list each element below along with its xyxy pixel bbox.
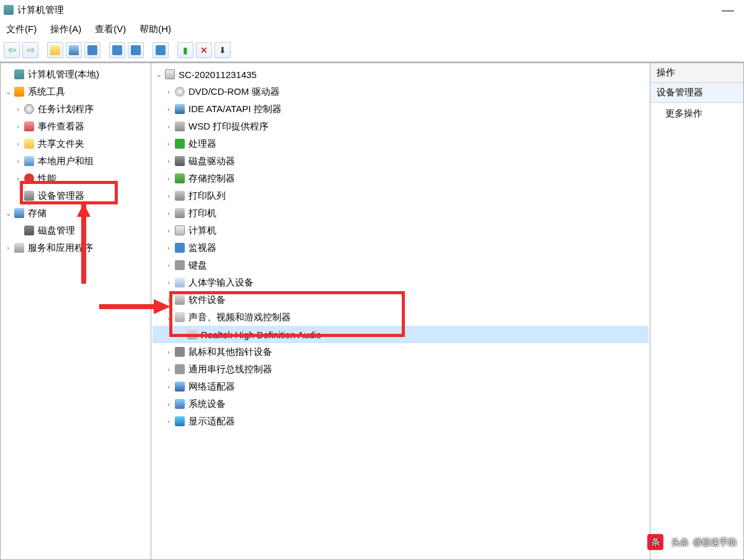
tree-system-tools[interactable]: 系统工具 [2, 83, 149, 100]
toolbar-button-6[interactable] [153, 42, 169, 58]
tree-performance[interactable]: 性能 [2, 170, 149, 187]
watermark: 条 头条 @极速手助 [647, 532, 737, 551]
actions-header: 操作 [650, 63, 743, 83]
toolbar-button-4[interactable] [109, 42, 125, 58]
dev-software[interactable]: 软件设备 [153, 291, 649, 308]
dev-keyboard[interactable]: 键盘 [153, 256, 649, 274]
dev-print-queue[interactable]: 打印队列 [153, 187, 649, 204]
menu-view[interactable]: 查看(V) [95, 24, 126, 35]
device-tree-pane: SC-202011231435 DVD/CD-ROM 驱动器 IDE ATA/A… [151, 63, 650, 560]
tree-services-apps[interactable]: 服务和应用程序 [2, 239, 149, 256]
dev-mouse[interactable]: 鼠标和其他指针设备 [153, 343, 649, 361]
dev-computer[interactable]: 计算机 [153, 222, 649, 239]
toolbar: ▮ ✕ ⬇ [0, 38, 744, 62]
left-tree-pane: 计算机管理(本地) 系统工具 任务计划程序 事件查看器 共享文件夹 本地用户和组 [0, 63, 151, 560]
menu-file[interactable]: 文件(F) [6, 24, 37, 35]
watermark-prefix: 头条 [671, 537, 689, 547]
tree-event-viewer[interactable]: 事件查看器 [2, 118, 149, 135]
watermark-text: @极速手助 [693, 537, 737, 547]
toolbar-button-1[interactable] [47, 42, 63, 58]
toolbar-button-5[interactable] [128, 42, 144, 58]
tree-shared-folders[interactable]: 共享文件夹 [2, 135, 149, 152]
tree-disk-management[interactable]: 磁盘管理 [2, 222, 149, 239]
dev-hid[interactable]: 人体学输入设备 [153, 274, 649, 291]
toolbar-button-delete[interactable]: ✕ [196, 42, 212, 58]
dev-usb[interactable]: 通用串行总线控制器 [153, 361, 649, 378]
content-panes: 计算机管理(本地) 系统工具 任务计划程序 事件查看器 共享文件夹 本地用户和组 [0, 62, 744, 560]
menu-bar: 文件(F) 操作(A) 查看(V) 帮助(H) [0, 20, 744, 38]
dev-cpu[interactable]: 处理器 [153, 135, 649, 152]
dev-wsd[interactable]: WSD 打印提供程序 [153, 118, 649, 135]
toolbar-button-3[interactable] [84, 42, 100, 58]
back-button[interactable] [4, 42, 20, 58]
dev-sound-realtek[interactable]: Realtek High Definition Audio [153, 326, 649, 343]
tree-root-local[interactable]: 计算机管理(本地) [2, 66, 149, 83]
dev-monitor[interactable]: 监视器 [153, 239, 649, 256]
dev-system[interactable]: 系统设备 [153, 395, 649, 413]
actions-more[interactable]: 更多操作 [650, 103, 743, 125]
toolbar-button-2[interactable] [66, 42, 82, 58]
actions-pane: 操作 设备管理器 更多操作 [650, 63, 744, 560]
dev-printers[interactable]: 打印机 [153, 204, 649, 222]
watermark-logo: 条 [647, 534, 663, 550]
tree-device-manager[interactable]: 设备管理器 [2, 187, 149, 204]
menu-help[interactable]: 帮助(H) [140, 24, 171, 35]
dev-ide[interactable]: IDE ATA/ATAPI 控制器 [153, 100, 649, 118]
dev-root[interactable]: SC-202011231435 [153, 66, 649, 83]
dev-display[interactable]: 显示适配器 [153, 413, 649, 430]
minimize-button[interactable]: — [715, 3, 740, 17]
dev-sound[interactable]: 声音、视频和游戏控制器 [153, 308, 649, 326]
app-icon [4, 5, 14, 15]
tree-task-scheduler[interactable]: 任务计划程序 [2, 100, 149, 118]
dev-network[interactable]: 网络适配器 [153, 378, 649, 395]
actions-section: 设备管理器 [650, 83, 743, 103]
window-title: 计算机管理 [17, 4, 715, 16]
toolbar-button-7[interactable]: ▮ [177, 42, 193, 58]
forward-button[interactable] [22, 42, 38, 58]
toolbar-button-9[interactable]: ⬇ [215, 42, 231, 58]
dev-dvd[interactable]: DVD/CD-ROM 驱动器 [153, 83, 649, 100]
dev-disk-drives[interactable]: 磁盘驱动器 [153, 152, 649, 170]
title-bar: 计算机管理 — [0, 0, 744, 20]
menu-action[interactable]: 操作(A) [50, 24, 81, 35]
dev-storage-ctrl[interactable]: 存储控制器 [153, 170, 649, 187]
tree-local-users[interactable]: 本地用户和组 [2, 152, 149, 170]
tree-storage[interactable]: 存储 [2, 204, 149, 222]
